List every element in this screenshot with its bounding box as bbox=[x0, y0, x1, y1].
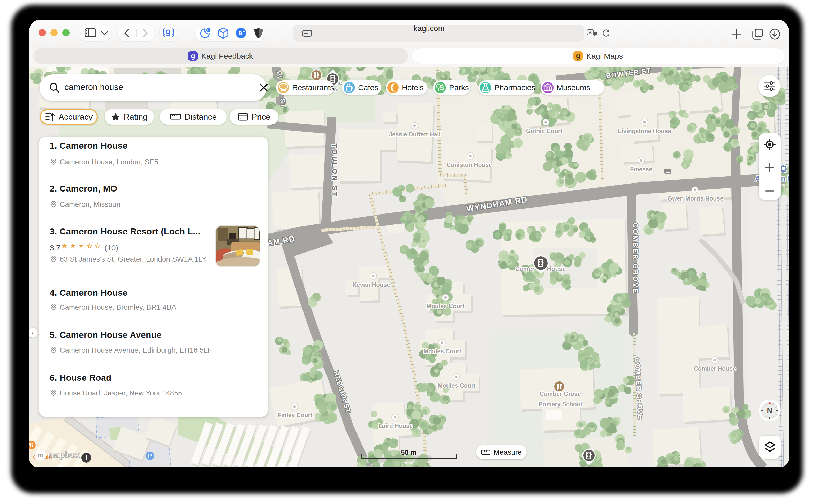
svg-text:Camer: Camer bbox=[515, 265, 535, 272]
svg-text:Moules Court: Moules Court bbox=[438, 382, 476, 389]
svg-text:Primary School: Primary School bbox=[539, 401, 582, 408]
svg-text:COMBER GROVE: COMBER GROVE bbox=[632, 223, 639, 294]
svg-text:mapbox: mapbox bbox=[47, 450, 80, 460]
svg-text:Gothic Court: Gothic Court bbox=[526, 128, 563, 134]
svg-text:Pl: Pl bbox=[275, 71, 284, 79]
svg-text:House: House bbox=[547, 265, 566, 272]
svg-text:N: N bbox=[767, 406, 772, 415]
svg-text:Livingstone House: Livingstone House bbox=[618, 128, 671, 134]
svg-text:A: A bbox=[589, 30, 592, 35]
svg-text:TOULON ST: TOULON ST bbox=[331, 143, 338, 198]
svg-text:Laird House: Laird House bbox=[378, 423, 413, 429]
svg-text:Kevan House: Kevan House bbox=[352, 281, 390, 288]
svg-text:Finesse: Finesse bbox=[630, 166, 652, 173]
svg-text:P: P bbox=[148, 452, 152, 459]
svg-text:+: + bbox=[243, 29, 245, 33]
svg-text:m: m bbox=[37, 452, 43, 459]
svg-text:ST: ST bbox=[279, 98, 287, 109]
svg-text:Comber House: Comber House bbox=[694, 365, 736, 372]
svg-text:B: B bbox=[238, 30, 243, 36]
svg-text:Finley Court: Finley Court bbox=[278, 412, 313, 418]
svg-text:Coniston House: Coniston House bbox=[446, 162, 492, 168]
svg-text:Gwen Morris House: Gwen Morris House bbox=[668, 195, 723, 202]
svg-text:Jessie Duffett Hall: Jessie Duffett Hall bbox=[389, 131, 440, 138]
svg-text:n M: n M bbox=[781, 174, 789, 182]
svg-text:Moules Court: Moules Court bbox=[427, 303, 465, 309]
svg-text:Moules Court: Moules Court bbox=[423, 348, 461, 355]
